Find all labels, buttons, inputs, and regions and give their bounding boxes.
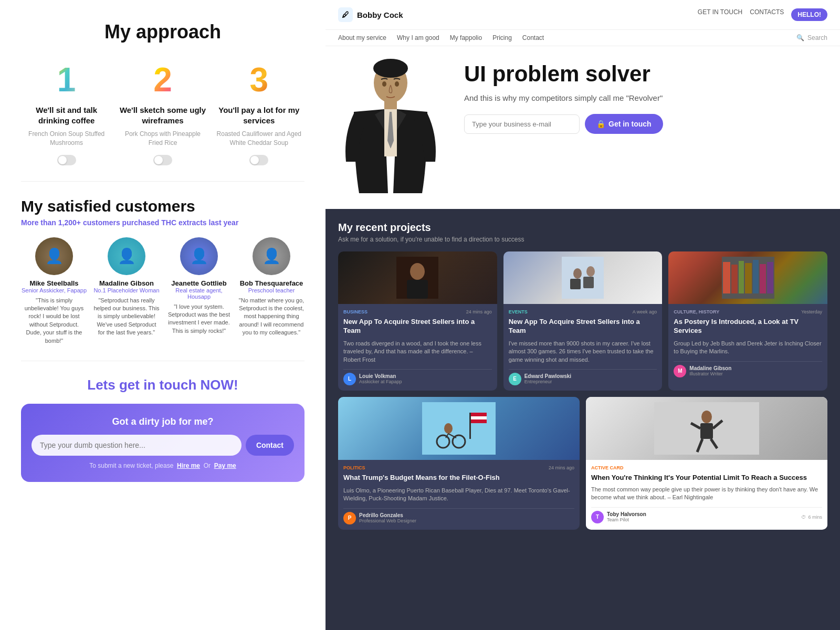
- step-toggle-2[interactable]: [153, 155, 172, 165]
- nav-hello-btn[interactable]: HELLO!: [791, 8, 827, 21]
- projects-title: My recent projects: [338, 222, 827, 234]
- customers-section: My satisfied customers More than 1,200+ …: [21, 182, 304, 361]
- contact-submit-button[interactable]: Contact: [246, 435, 294, 456]
- svg-rect-10: [562, 257, 604, 299]
- svg-rect-23: [422, 402, 496, 455]
- projects-subtitle: Ask me for a solution, if you're unable …: [338, 236, 827, 243]
- customer-name-2: Madaline Gibson: [99, 279, 154, 287]
- author-role-2: Entrepreneur: [524, 379, 571, 384]
- subnav-fappolio[interactable]: My fappolio: [450, 34, 482, 41]
- customer-quote-2: "Setproduct has really helped our busine…: [93, 297, 160, 337]
- step-sub-3: Roasted Cauliflower and Aged White Chedd…: [214, 130, 304, 148]
- project-author-5: T Toby Halvorson Team Pilot ⏱ 6 mins: [591, 507, 822, 523]
- step-toggle-1[interactable]: [57, 155, 76, 165]
- approach-section: My approach 1 We'll sit and talk drinkin…: [21, 21, 304, 182]
- portfolio-site: 🖊 Bobby Cock GET IN TOUCH CONTACTS HELLO…: [326, 0, 840, 209]
- step-toggle-3[interactable]: [249, 155, 268, 165]
- logo-text: Bobby Cock: [357, 10, 403, 19]
- project-desc-3: Group Led by Jeb Bush and Derek Jeter is…: [674, 340, 822, 356]
- svg-rect-34: [700, 423, 713, 439]
- project-thumb-4: [422, 402, 496, 455]
- project-desc-2: I've missed more than 9000 shots in my c…: [509, 340, 657, 364]
- project-card-3[interactable]: CULTURE, HISTORY Yesterday As Postery Is…: [668, 251, 827, 391]
- author-role-3: Illustrator Writer: [689, 371, 731, 376]
- subnav-search: 🔍 Search: [796, 34, 827, 41]
- left-panel: My approach 1 We'll sit and talk drinkin…: [0, 0, 326, 630]
- hero-email-input[interactable]: [464, 114, 580, 134]
- hero-title: UI problem solver: [464, 62, 827, 86]
- customer-avatar-3: 👤: [180, 237, 218, 275]
- subnav-why[interactable]: Why I am good: [397, 34, 439, 41]
- project-category-2: EVENTS: [509, 309, 528, 314]
- nav-get-in-touch[interactable]: GET IN TOUCH: [698, 8, 742, 21]
- svg-point-1: [373, 59, 408, 78]
- site-logo: 🖊 Bobby Cock: [338, 7, 403, 22]
- contact-box: Got a dirty job for me? Contact To submi…: [21, 404, 304, 482]
- nav-contacts[interactable]: CONTACTS: [750, 8, 784, 21]
- author-role-4: Professional Web Designer: [359, 518, 416, 523]
- customer-name-4: Bob Thesquareface: [240, 279, 303, 287]
- author-role-1: Asskicker at Fapapp: [359, 379, 402, 384]
- project-body-2: EVENTS A week ago New App To Acquire Str…: [503, 304, 663, 391]
- author-name-4: Pedrillo Gonzales: [359, 512, 416, 518]
- step-number-3: 3: [238, 59, 280, 101]
- author-name-2: Edward Pawlowski: [524, 373, 571, 379]
- project-body-3: CULTURE, HISTORY Yesterday As Postery Is…: [668, 304, 827, 391]
- project-body-5: ACTIVE CARD When You're Thinking It's Yo…: [586, 460, 827, 529]
- author-avatar-2: E: [509, 373, 521, 385]
- author-name-5: Toby Halvorson: [607, 511, 646, 517]
- step-number-2: 2: [142, 59, 184, 101]
- project-desc-5: The most common way people give up their…: [591, 486, 822, 502]
- author-name-1: Louie Volkman: [359, 373, 402, 379]
- hire-me-link[interactable]: Hire me: [177, 462, 200, 469]
- project-time-4: 24 mins ago: [549, 465, 574, 470]
- right-panel: 🖊 Bobby Cock GET IN TOUCH CONTACTS HELLO…: [326, 0, 840, 630]
- project-card-5[interactable]: ACTIVE CARD When You're Thinking It's Yo…: [586, 397, 827, 530]
- customer-quote-1: "This is simply unbelievable! You guys r…: [21, 297, 87, 345]
- contact-box-title: Got a dirty job for me?: [32, 416, 294, 427]
- project-card-1[interactable]: BUSINESS 24 mins ago New App To Acquire …: [338, 251, 497, 391]
- contact-input-field[interactable]: [32, 435, 242, 456]
- pay-me-link[interactable]: Pay me: [214, 462, 236, 469]
- subnav-contact[interactable]: Contact: [522, 34, 544, 41]
- svg-point-11: [573, 268, 582, 279]
- hero-person: [338, 57, 454, 193]
- approach-cards: 1 We'll sit and talk drinking coffee Fre…: [21, 59, 304, 165]
- subnav-pricing[interactable]: Pricing: [492, 34, 512, 41]
- project-thumb-5: [654, 402, 759, 455]
- project-title-1: New App To Acquire Street Sellers into a…: [343, 318, 492, 335]
- subnav-about[interactable]: About my service: [338, 34, 386, 41]
- project-time-1: 24 mins ago: [466, 309, 492, 314]
- customer-role-4: Preschool teacher: [248, 287, 295, 293]
- cta-icon: 🔒: [596, 120, 605, 128]
- hero-email-row: 🔒 Get in touch: [464, 114, 827, 134]
- author-avatar-3: M: [674, 365, 686, 377]
- customer-role-1: Senior Asskicker, Fapapp: [22, 287, 87, 293]
- search-icon: 🔍: [796, 34, 804, 41]
- contact-footer: To submit a new ticket, please Hire me O…: [32, 462, 294, 469]
- project-img-3: [668, 251, 827, 304]
- step-heading-2: We'll sketch some ugly wireframes: [117, 105, 208, 125]
- project-meta-4: POLITICS 24 mins ago: [343, 465, 574, 470]
- projects-bottom-grid: POLITICS 24 mins ago What Trump's Budget…: [338, 397, 827, 530]
- author-avatar-4: P: [343, 512, 356, 524]
- customer-quote-4: "No matter where you go, Setproduct is t…: [238, 297, 304, 337]
- customers-title: My satisfied customers: [21, 197, 304, 215]
- customers-subtitle: More than 1,200+ customers purchased THC…: [21, 218, 304, 227]
- customer-name-1: Mike Steelballs: [29, 279, 78, 287]
- hero-cta-button[interactable]: 🔒 Get in touch: [585, 114, 663, 134]
- customer-role-2: No.1 Placeholder Woman: [93, 287, 159, 293]
- step-heading-3: You'll pay a lot for my services: [214, 105, 304, 125]
- project-category-4: POLITICS: [343, 465, 365, 470]
- author-avatar-5: T: [591, 511, 604, 523]
- svg-rect-22: [767, 262, 773, 293]
- site-hero: UI problem solver And this is why my com…: [326, 46, 840, 209]
- svg-point-24: [444, 423, 453, 434]
- project-card-2[interactable]: EVENTS A week ago New App To Acquire Str…: [503, 251, 663, 391]
- svg-rect-2: [384, 100, 397, 110]
- project-category-1: BUSINESS: [343, 309, 368, 314]
- author-info-3: Madaline Gibson Illustrator Writer: [689, 365, 731, 376]
- project-card-4[interactable]: POLITICS 24 mins ago What Trump's Budget…: [338, 397, 580, 530]
- svg-rect-17: [731, 265, 738, 293]
- logo-icon: 🖊: [338, 7, 353, 22]
